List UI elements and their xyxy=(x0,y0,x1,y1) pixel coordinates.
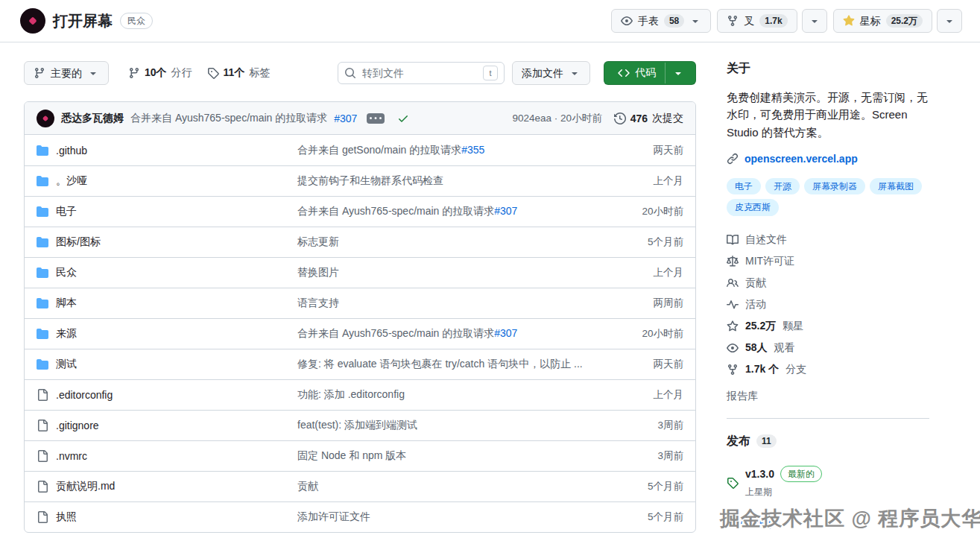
search-input[interactable] xyxy=(361,66,478,80)
repo-toolbar: 主要的 10个 分行 11个 标签 t xyxy=(24,61,696,85)
topic-pill[interactable]: 屏幕录制器 xyxy=(804,178,865,194)
repo-avatar xyxy=(20,8,45,34)
commit-message-link[interactable]: 添加许可证文件 xyxy=(297,510,370,522)
release-time: 上星期 xyxy=(745,486,822,499)
fork-dropdown-button[interactable] xyxy=(802,9,827,33)
file-name-link[interactable]: 来源 xyxy=(56,327,77,341)
commit-time: 上个月 xyxy=(601,388,683,402)
sidebar-meta-item[interactable]: 活动 xyxy=(727,294,929,316)
tags-count: 11个 xyxy=(224,66,245,80)
table-row: 。沙哑提交前钩子和生物群系代码检查上个月 xyxy=(25,165,695,196)
topic-pill[interactable]: 屏幕截图 xyxy=(870,178,922,194)
commit-author-link[interactable]: 悉达多瓦德姆 xyxy=(61,112,124,125)
commit-message-link[interactable]: 合并来自 Ayush765-spec/main 的拉取请求 xyxy=(130,112,327,125)
pulse-icon xyxy=(727,299,739,311)
commit-message-link[interactable]: 提交前钩子和生物群系代码检查 xyxy=(297,174,443,186)
file-name-link[interactable]: 民众 xyxy=(56,266,77,279)
fork-icon xyxy=(727,15,739,27)
fork-button-group: 叉 1.7k xyxy=(717,9,826,33)
star-count: 25.2万 xyxy=(886,14,923,28)
star-dropdown-button[interactable] xyxy=(937,9,962,33)
commit-time: 20小时前 xyxy=(601,327,683,341)
topic-pill[interactable]: 开源 xyxy=(765,178,800,194)
file-name-link[interactable]: 电子 xyxy=(56,205,77,218)
commit-message-link[interactable]: 固定 Node 和 npm 版本 xyxy=(297,449,406,461)
commit-message-link[interactable]: 贡献 xyxy=(297,480,318,492)
file-name-link[interactable]: 图标/图标 xyxy=(56,235,101,249)
pr-number-link[interactable]: #307 xyxy=(494,327,517,339)
commit-message-link[interactable]: 合并来自 Ayush765-spec/main 的拉取请求 xyxy=(297,205,494,217)
code-button[interactable]: 代码 xyxy=(604,61,696,85)
code-dropdown[interactable] xyxy=(665,63,691,83)
latest-commit-bar: 悉达多瓦德姆 合并来自 Ayush765-spec/main 的拉取请求#307… xyxy=(25,102,695,135)
pr-number-link[interactable]: #355 xyxy=(461,144,484,156)
website-url: openscreen.vercel.app xyxy=(745,153,858,165)
visibility-badge: 民众 xyxy=(120,13,153,29)
star-button[interactable]: 星标 25.2万 xyxy=(833,9,932,33)
commit-author-avatar[interactable] xyxy=(37,110,54,127)
commit-time: 上个月 xyxy=(601,266,683,279)
table-row: 民众替换图片上个月 xyxy=(25,257,695,288)
tags-link[interactable]: 11个 标签 xyxy=(207,66,271,80)
sidebar-meta-item[interactable]: 贡献 xyxy=(727,273,929,294)
file-name-link[interactable]: 脚本 xyxy=(56,297,77,310)
topic-pill[interactable]: 电子 xyxy=(727,178,761,194)
pr-number-link[interactable]: #307 xyxy=(334,113,357,124)
file-name-link[interactable]: 贡献说明.md xyxy=(56,480,115,493)
commit-time: 5个月前 xyxy=(601,235,683,249)
file-icon xyxy=(37,481,48,493)
commit-message-link[interactable]: 语言支持 xyxy=(297,297,339,308)
commit-message-link[interactable]: 标志更新 xyxy=(297,235,339,247)
fork-label: 叉 xyxy=(744,16,754,26)
branches-link[interactable]: 10个 分行 xyxy=(128,66,192,80)
commit-message-link[interactable]: feat(test): 添加端到端测试 xyxy=(297,419,417,431)
website-link[interactable]: openscreen.vercel.app xyxy=(727,153,929,165)
commit-history-link[interactable]: 476 次提交 xyxy=(614,112,683,125)
sidebar-meta-item[interactable]: 自述文件 xyxy=(727,230,929,251)
table-row: 脚本语言支持两周前 xyxy=(25,288,695,318)
file-name-link[interactable]: .nvmrc xyxy=(56,450,87,462)
file-name-link[interactable]: 。沙哑 xyxy=(56,174,87,188)
commit-message-link[interactable]: 合并来自 Ayush765-spec/main 的拉取请求 xyxy=(297,327,494,339)
sidebar-meta-item[interactable]: MIT许可证 xyxy=(727,251,929,273)
file-name-link[interactable]: .github xyxy=(56,145,87,156)
commit-time: 上个月 xyxy=(601,174,683,188)
table-row: .editorconfig功能: 添加 .editorconfig上个月 xyxy=(25,379,695,410)
commit-message-link[interactable]: 功能: 添加 .editorconfig xyxy=(297,388,405,400)
file-name-link[interactable]: .gitignore xyxy=(56,420,99,431)
file-name-link[interactable]: 测试 xyxy=(56,358,77,371)
table-row: 来源合并来自 Ayush765-spec/main 的拉取请求#30720小时前 xyxy=(25,318,695,349)
sidebar-meta-item[interactable]: 1.7k 个分支 xyxy=(727,359,929,381)
commit-ellipsis-button[interactable] xyxy=(367,113,385,124)
repo-logo-icon xyxy=(28,16,37,25)
add-file-button[interactable]: 添加文件 xyxy=(512,61,590,85)
commit-message-link[interactable]: 修复: 将 evaluate 语句块包裹在 try/catch 语句块中，以防止… xyxy=(297,358,583,370)
book-icon xyxy=(727,234,739,246)
repo-header: 打开屏幕 民众 手表 58 叉 1.7k 星标 25.2万 xyxy=(0,0,980,42)
check-status-icon[interactable] xyxy=(397,113,409,124)
pr-number-link[interactable]: #307 xyxy=(494,205,517,217)
table-row: .nvmrc固定 Node 和 npm 版本3周前 xyxy=(25,440,695,471)
code-icon xyxy=(618,67,630,79)
sidebar-meta-item[interactable]: 58人观看 xyxy=(727,338,929,359)
folder-icon xyxy=(37,206,48,218)
commit-message-text: 合并来自 Ayush765-spec/main 的拉取请求 xyxy=(130,112,327,124)
file-name-link[interactable]: .editorconfig xyxy=(56,389,113,401)
sidebar-meta-item[interactable]: 25.2万颗星 xyxy=(727,316,929,338)
topic-pill[interactable]: 皮克西斯 xyxy=(727,199,779,215)
watch-button[interactable]: 手表 58 xyxy=(611,9,711,33)
file-name-link[interactable]: 执照 xyxy=(56,510,77,524)
kebab-icon xyxy=(370,113,382,124)
releases-title[interactable]: 发布 xyxy=(727,434,750,449)
report-repository-link[interactable]: 报告库 xyxy=(727,390,758,403)
commit-sha-time[interactable]: 9024eaa · 20小时前 xyxy=(513,112,602,125)
branch-selector-button[interactable]: 主要的 xyxy=(24,61,109,85)
more-releases-link[interactable]: + 10个版本 xyxy=(727,518,775,531)
commit-time: 两天前 xyxy=(601,144,683,157)
table-row: 电子合并来自 Ayush765-spec/main 的拉取请求#30720小时前 xyxy=(25,196,695,227)
commit-message-link[interactable]: 替换图片 xyxy=(297,266,339,278)
meta-label: 自述文件 xyxy=(745,233,787,247)
fork-button[interactable]: 叉 1.7k xyxy=(717,9,797,33)
commit-message-link[interactable]: 合并来自 getSono/main 的拉取请求 xyxy=(297,144,461,156)
latest-release[interactable]: v1.3.0 最新的 上星期 xyxy=(727,466,929,499)
